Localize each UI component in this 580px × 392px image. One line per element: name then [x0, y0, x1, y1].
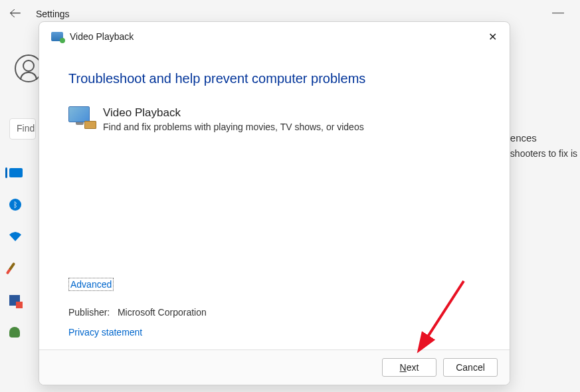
sidebar-item-network[interactable]	[9, 230, 28, 243]
cancel-button[interactable]: Cancel	[443, 358, 498, 377]
next-button[interactable]: Next	[382, 358, 436, 377]
sidebar-item-accounts[interactable]	[9, 326, 28, 339]
sidebar-item-bluetooth[interactable]: ᛒ	[9, 198, 28, 211]
troubleshoot-title: Video Playback	[103, 106, 364, 120]
dialog-footer: Next Cancel	[39, 349, 510, 385]
apps-icon	[9, 295, 20, 306]
troubleshoot-description: Find and fix problems with playing movie…	[103, 122, 364, 132]
publisher-value: Microsoft Corporation	[118, 307, 207, 318]
privacy-statement-link[interactable]: Privacy statement	[68, 327, 142, 338]
right-text-line1: ences	[510, 130, 577, 146]
video-playback-titlebar-icon	[51, 32, 63, 41]
wifi-icon	[9, 232, 21, 241]
dialog-titlebar: Video Playback ✕	[39, 22, 510, 49]
dialog-body: Troubleshoot and help prevent computer p…	[39, 49, 510, 349]
dialog-window-title: Video Playback	[70, 31, 134, 42]
monitor-icon	[9, 168, 23, 177]
back-arrow-icon[interactable]: 🡠	[7, 4, 24, 23]
troubleshooter-dialog: Video Playback ✕ Troubleshoot and help p…	[39, 21, 510, 385]
troubleshoot-item: Video Playback Find and fix problems wit…	[68, 106, 480, 132]
person-icon	[9, 327, 20, 338]
sidebar-item-system[interactable]	[9, 166, 28, 179]
troubleshoot-text: Video Playback Find and fix problems wit…	[103, 106, 364, 132]
next-label-rest: ext	[407, 362, 419, 373]
settings-title: Settings	[36, 9, 70, 19]
right-text-line2: shooters to fix is	[510, 146, 577, 161]
publisher-row: Publisher: Microsoft Corporation	[68, 307, 207, 318]
search-input[interactable]: Find	[9, 118, 36, 140]
bluetooth-icon: ᛒ	[9, 199, 21, 211]
brush-icon	[6, 262, 16, 275]
close-button[interactable]: ✕	[486, 31, 499, 45]
settings-sidebar: ᛒ	[9, 166, 28, 339]
minimize-icon[interactable]: —	[552, 5, 565, 7]
right-panel-text: ences shooters to fix is	[510, 130, 577, 161]
advanced-link[interactable]: Advanced	[68, 278, 114, 291]
video-playback-icon	[68, 106, 94, 128]
sidebar-item-personalization[interactable]	[9, 262, 28, 275]
dialog-heading: Troubleshoot and help prevent computer p…	[68, 71, 480, 86]
sidebar-item-apps[interactable]	[9, 294, 28, 307]
publisher-label: Publisher:	[68, 307, 110, 318]
